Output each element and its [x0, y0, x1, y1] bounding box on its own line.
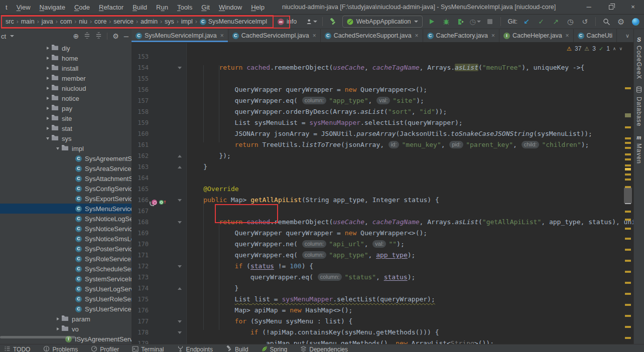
code-line-168[interactable]: 168return cached.rememberObject(useCache… [132, 217, 633, 228]
tree-file-SysAgreementSe[interactable]: CSysAgreementSe [0, 153, 132, 163]
debug-icon[interactable] [441, 16, 452, 27]
code-line-177[interactable]: 177for (SysMenu sysMenu : list) { [132, 316, 633, 327]
chevron-right-icon[interactable] [44, 117, 51, 120]
code-viewport[interactable]: 153154return cached.rememberObject(useCa… [132, 43, 633, 344]
code-line-171[interactable]: 171queryWrapper.eq( column:"app_type", a… [132, 250, 633, 261]
panel-settings-gear-icon[interactable]: ⚙ [112, 32, 119, 40]
status-item-todo[interactable]: TODO [4, 344, 30, 352]
menu-item-tools[interactable]: Tools [173, 0, 197, 15]
menu-item-t[interactable]: t [1, 0, 12, 15]
fold-marker-icon[interactable] [178, 199, 182, 202]
tree-file-SysNoticeSmsLo[interactable]: CSysNoticeSmsLo [0, 234, 132, 244]
hide-panel-icon[interactable]: ─ [124, 33, 128, 40]
tree-file-ISysAgreementServi[interactable]: IISysAgreementServi [0, 334, 132, 344]
fold-marker-icon[interactable] [178, 67, 182, 69]
tree-folder-notice[interactable]: notice [0, 93, 132, 103]
git-commit-icon[interactable]: ✓ [536, 16, 547, 27]
locate-file-icon[interactable]: ⊕ [73, 32, 79, 40]
tree-file-SysUserLogServi[interactable]: CSysUserLogServi [0, 284, 132, 294]
code-line-169[interactable]: 169QueryWrapper queryWrapper = new Query… [132, 228, 633, 239]
tree-file-SysMenuServiceI[interactable]: CSysMenuServiceI [0, 204, 132, 214]
chevron-right-icon[interactable] [44, 107, 51, 110]
tab-CacheHelper-java[interactable]: ICacheHelper.java× [499, 29, 574, 42]
tab-CacheFactory-java[interactable]: CCacheFactory.java× [423, 29, 499, 42]
profile-icon[interactable] [306, 16, 317, 27]
tree-folder-sys[interactable]: sys [0, 133, 132, 143]
tree-file-SysNoticeLogSer[interactable]: CSysNoticeLogSer [0, 214, 132, 224]
tab-close-icon[interactable]: × [566, 32, 569, 39]
tree-folder-vo[interactable]: vo [0, 324, 132, 334]
chevron-right-icon[interactable] [54, 317, 61, 320]
project-panel-header[interactable]: ct ⊕ ⚙ ─ [0, 29, 132, 43]
expand-all-icon[interactable] [84, 32, 90, 40]
code-line-157[interactable]: 157queryWrapper.eq( column:"app_type", v… [132, 95, 633, 106]
menu-item-help[interactable]: Help [246, 0, 269, 15]
chevron-right-icon[interactable] [44, 87, 51, 90]
tree-folder-home[interactable]: home [0, 53, 132, 63]
menu-item-code[interactable]: Code [70, 0, 94, 15]
tab-CachedServiceSupport-java[interactable]: CCachedServiceSupport.java× [321, 29, 423, 42]
fold-marker-icon[interactable] [178, 221, 182, 224]
code-line-166[interactable]: 166O↑public Map> getAllApiList(String ap… [132, 195, 633, 206]
code-line-173[interactable]: 173queryWrapper.eq( column:"status", sta… [132, 272, 633, 283]
code-line-160[interactable]: 160JSONArray jsonArray = JSONUtil.parseA… [132, 128, 633, 139]
tree-folder-niucloud[interactable]: niucloud [0, 83, 132, 93]
tree-file-SysConfigService[interactable]: CSysConfigService [0, 184, 132, 194]
chevron-right-icon[interactable] [44, 47, 51, 50]
fold-marker-icon[interactable] [178, 320, 182, 323]
tree-file-SysRoleServiceIm[interactable]: CSysRoleServiceIm [0, 254, 132, 264]
tab-SysMenuServiceImpl-java[interactable]: CSysMenuServiceImpl.java× [132, 29, 228, 42]
status-item-endpoints[interactable]: Endpoints [177, 344, 213, 352]
git-update-icon[interactable]: ↙ [521, 16, 532, 27]
code-line-176[interactable]: 176Map> apiMap = new HashMap<>(); [132, 305, 633, 316]
tree-folder-param[interactable]: param [0, 314, 132, 324]
error-stripe[interactable] [622, 57, 633, 344]
method-marker-icon[interactable] [152, 200, 157, 205]
profiler-icon[interactable]: ◷ [470, 16, 481, 27]
status-item-terminal[interactable]: Terminal [132, 344, 164, 352]
fold-marker-icon[interactable] [178, 166, 182, 168]
tree-folder-member[interactable]: member [0, 73, 132, 83]
search-everywhere-icon[interactable] [601, 16, 612, 27]
build-hammer-icon[interactable] [328, 16, 339, 27]
fold-marker-icon[interactable] [178, 331, 182, 334]
tree-horizontal-scrollbar[interactable] [0, 336, 75, 338]
tab-close-icon[interactable]: × [491, 32, 495, 39]
code-line-156[interactable]: 156QueryWrapper queryWrapper = new Query… [132, 84, 633, 95]
tab-CacheUti[interactable]: CCacheUti [574, 29, 617, 42]
chevron-right-icon[interactable] [44, 77, 51, 80]
tree-folder-pay[interactable]: pay [0, 103, 132, 113]
stripe-button-codegeex[interactable]: SCodeGeeX [635, 36, 642, 79]
code-line-174[interactable]: 174} [132, 283, 633, 294]
tree-file-SysAreaServiceIm[interactable]: CSysAreaServiceIm [0, 163, 132, 173]
tree-file-SysAttachmentSe[interactable]: CSysAttachmentSe [0, 173, 132, 184]
code-line-172[interactable]: 172if (status != 100) { [132, 261, 633, 272]
code-line-164[interactable]: 164 [132, 172, 633, 184]
tree-file-SysNoticeService[interactable]: CSysNoticeService [0, 224, 132, 234]
run-icon[interactable] [426, 16, 437, 27]
git-push-icon[interactable]: ↗ [550, 16, 561, 27]
chevron-right-icon[interactable] [44, 67, 51, 70]
run-coverage-icon[interactable] [455, 16, 466, 27]
tree-file-SysExportService[interactable]: CSysExportService [0, 194, 132, 204]
collapse-all-icon[interactable] [95, 32, 102, 40]
tree-folder-stat[interactable]: stat [0, 123, 132, 133]
tree-file-SystemServiceIm[interactable]: CSystemServiceIm [0, 274, 132, 284]
code-line-163[interactable]: 163} [132, 161, 633, 172]
code-line-179[interactable]: 179apiMap.put(sysMenu.getMethods(), new … [132, 338, 633, 344]
status-item-dependencies[interactable]: Dependencies [300, 344, 348, 352]
tree-file-SysUserRoleServ[interactable]: CSysUserRoleServ [0, 294, 132, 304]
history-icon[interactable]: ◷ [565, 16, 576, 27]
status-item-spring[interactable]: Spring [262, 344, 288, 352]
code-line-159[interactable]: 159List sysMenuList = sysMenuMapper.sele… [132, 117, 633, 128]
tab-CachedServiceImpl-java[interactable]: CCachedServiceImpl.java× [228, 29, 321, 42]
code-line-178[interactable]: 178if (!apiMap.containsKey(sysMenu.getMe… [132, 327, 633, 338]
stripe-button-database[interactable]: Database [635, 86, 642, 126]
tree-folder-install[interactable]: install [0, 63, 132, 73]
run-configuration-select[interactable]: WebAppApplication [342, 16, 423, 28]
tab-close-icon[interactable]: × [313, 32, 316, 39]
code-line-161[interactable]: 161return TreeUtils.listToTree(jsonArray… [132, 139, 633, 150]
inspections-widget[interactable]: ⚠ 37 ⚠ 3 ✓ 1 ∧ ∨ [565, 45, 624, 53]
tree-file-SysPosterService[interactable]: CSysPosterService [0, 244, 132, 254]
fold-marker-icon[interactable] [178, 287, 182, 290]
